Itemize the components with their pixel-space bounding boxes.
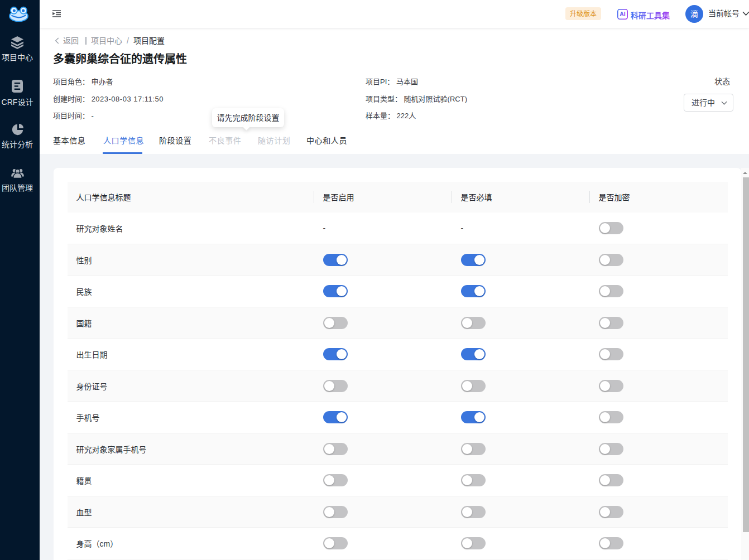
svg-text:AI: AI — [620, 11, 626, 17]
